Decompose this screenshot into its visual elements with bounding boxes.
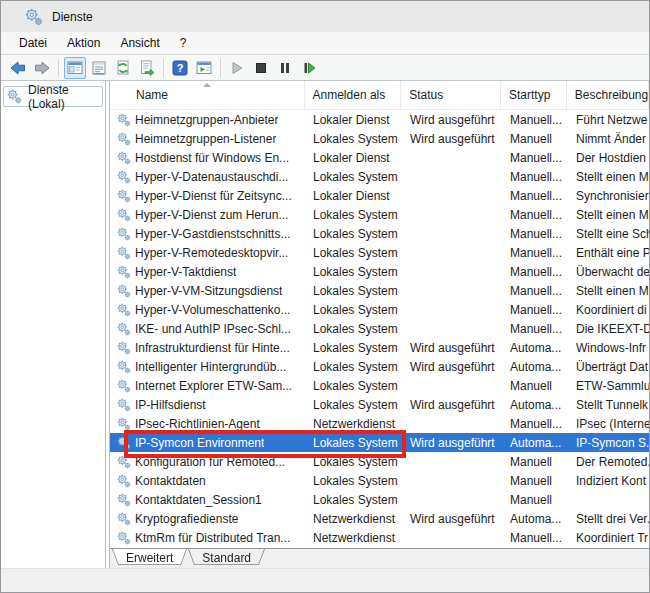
service-row[interactable]: Hyper-V-VM-Sitzungsdienst Lokales System… bbox=[110, 281, 649, 300]
tree-item-dienste-lokal[interactable]: Dienste (Lokal) bbox=[3, 86, 103, 107]
service-logon: Lokaler Dienst bbox=[305, 151, 402, 165]
service-description: Der Remoted. bbox=[568, 455, 649, 469]
service-starttype: Automa... bbox=[502, 436, 568, 450]
pause-service-button[interactable] bbox=[274, 57, 296, 79]
service-name: Internet Explorer ETW-Sam... bbox=[135, 379, 292, 393]
svg-text:?: ? bbox=[177, 62, 184, 74]
show-console-tree-button[interactable] bbox=[64, 57, 86, 79]
service-name: Intelligenter Hintergrundüb... bbox=[135, 360, 286, 374]
service-starttype: Automa... bbox=[502, 512, 568, 526]
menu-item[interactable]: Aktion bbox=[57, 34, 110, 52]
export-list-button[interactable] bbox=[136, 57, 158, 79]
service-row[interactable]: Hyper-V-Gastdienstschnitts... Lokales Sy… bbox=[110, 224, 649, 243]
service-description: Die IKEEXT-Di bbox=[568, 322, 649, 336]
service-status: Wird ausgeführt bbox=[402, 341, 502, 355]
service-description: Stellt einen M bbox=[568, 284, 649, 298]
stop-service-icon bbox=[253, 60, 269, 76]
service-row[interactable]: Hyper-V-Remotedesktopvir... Lokales Syst… bbox=[110, 243, 649, 262]
toolbar-separator bbox=[58, 59, 59, 77]
gear-icon bbox=[117, 455, 131, 469]
service-row[interactable]: Heimnetzgruppen-Listener Lokales System … bbox=[110, 129, 649, 148]
service-starttype: Manuell bbox=[502, 493, 568, 507]
menu-item[interactable]: Ansicht bbox=[110, 34, 169, 52]
gear-icon bbox=[117, 227, 131, 241]
gear-icon bbox=[117, 246, 131, 260]
pause-service-icon bbox=[277, 60, 293, 76]
service-row[interactable]: Hyper-V-Datenaustauschdi... Lokales Syst… bbox=[110, 167, 649, 186]
menu-item[interactable]: ? bbox=[170, 34, 197, 52]
service-row[interactable]: KtmRm für Distributed Tran... Netzwerkdi… bbox=[110, 528, 649, 547]
service-starttype: Automa... bbox=[502, 360, 568, 374]
show-action-pane-button[interactable] bbox=[193, 57, 215, 79]
service-row[interactable]: Hostdienst für Windows En... Lokaler Die… bbox=[110, 148, 649, 167]
service-logon: Lokales System bbox=[305, 227, 402, 241]
gear-icon bbox=[117, 417, 131, 431]
service-row[interactable]: Intelligenter Hintergrundüb... Lokales S… bbox=[110, 357, 649, 376]
service-name: KtmRm für Distributed Tran... bbox=[135, 531, 290, 545]
help-button[interactable]: ? bbox=[169, 57, 191, 79]
column-header[interactable]: Beschreibung bbox=[567, 81, 649, 109]
back-icon bbox=[10, 60, 26, 76]
service-starttype: Manuell... bbox=[502, 417, 568, 431]
column-header[interactable]: Anmelden als bbox=[305, 81, 402, 109]
column-header[interactable]: Status bbox=[401, 81, 501, 109]
service-row[interactable]: Hyper-V-Volumeschattenko... Lokales Syst… bbox=[110, 300, 649, 319]
service-row[interactable]: Kryptografiedienste Netzwerkdienst Wird … bbox=[110, 509, 649, 528]
service-name: Hyper-V-VM-Sitzungsdienst bbox=[135, 284, 282, 298]
service-status: Wird ausgeführt bbox=[402, 436, 502, 450]
service-logon: Lokales System bbox=[305, 246, 402, 260]
service-description: Koordiniert di bbox=[568, 303, 649, 317]
service-name: Heimnetzgruppen-Listener bbox=[135, 132, 276, 146]
service-row[interactable]: Infrastrukturdienst für Hinte... Lokales… bbox=[110, 338, 649, 357]
service-starttype: Manuell... bbox=[502, 189, 568, 203]
service-starttype: Manuell... bbox=[502, 170, 568, 184]
service-starttype: Manuell... bbox=[502, 151, 568, 165]
service-row[interactable]: Kontaktdaten_Session1 Lokales System Man… bbox=[110, 490, 649, 509]
view-tab[interactable]: Erweitert bbox=[112, 549, 187, 568]
column-header[interactable]: Name bbox=[110, 81, 305, 109]
service-row[interactable]: IP-Symcon Environment Lokales System Wir… bbox=[110, 433, 649, 452]
service-logon: Lokales System bbox=[305, 132, 402, 146]
service-starttype: Manuell bbox=[502, 474, 568, 488]
window-title: Dienste bbox=[52, 10, 93, 24]
menu-item[interactable]: Datei bbox=[9, 34, 57, 52]
gear-icon bbox=[117, 189, 131, 203]
service-description: Synchronisier bbox=[568, 189, 649, 203]
restart-service-button[interactable] bbox=[298, 57, 320, 79]
back-button[interactable] bbox=[7, 57, 29, 79]
service-row[interactable]: IPsec-Richtlinien-Agent Netzwerkdienst M… bbox=[110, 414, 649, 433]
service-name: Hyper-V-Volumeschattenko... bbox=[135, 303, 290, 317]
service-row[interactable]: Hyper-V-Taktdienst Lokales System Manuel… bbox=[110, 262, 649, 281]
service-status: Wird ausgeführt bbox=[402, 132, 502, 146]
gear-icon bbox=[117, 208, 131, 222]
service-row[interactable]: IKE- und AuthIP IPsec-Schl... Lokales Sy… bbox=[110, 319, 649, 338]
properties-button[interactable] bbox=[88, 57, 110, 79]
service-row[interactable]: Hyper-V-Dienst für Zeitsync... Lokaler D… bbox=[110, 186, 649, 205]
forward-button[interactable] bbox=[31, 57, 53, 79]
service-row[interactable]: Internet Explorer ETW-Sam... Lokales Sys… bbox=[110, 376, 649, 395]
service-row[interactable]: Kontaktdaten Lokales System Manuell Indi… bbox=[110, 471, 649, 490]
column-header[interactable]: Starttyp bbox=[501, 81, 567, 109]
view-tabstrip: Erweitert Standard bbox=[110, 548, 649, 568]
service-row[interactable]: IP-Hilfsdienst Lokales System Wird ausge… bbox=[110, 395, 649, 414]
services-list-pane: Name Anmelden als Status Starttyp Beschr… bbox=[110, 81, 649, 568]
service-row[interactable]: Konfiguration für Remoted... Lokales Sys… bbox=[110, 452, 649, 471]
view-tab[interactable]: Standard bbox=[188, 549, 265, 568]
service-name: Hostdienst für Windows En... bbox=[135, 151, 289, 165]
service-name: Kontaktdaten_Session1 bbox=[135, 493, 262, 507]
service-row[interactable]: Hyper-V-Dienst zum Herun... Lokales Syst… bbox=[110, 205, 649, 224]
service-starttype: Manuell... bbox=[502, 208, 568, 222]
service-name: Kryptografiedienste bbox=[135, 512, 238, 526]
service-description: Überwacht de bbox=[568, 265, 649, 279]
gear-icon bbox=[117, 170, 131, 184]
stop-service-button[interactable] bbox=[250, 57, 272, 79]
service-description: Indiziert Kont bbox=[568, 474, 649, 488]
service-row[interactable]: Heimnetzgruppen-Anbieter Lokaler Dienst … bbox=[110, 110, 649, 129]
start-service-button[interactable] bbox=[226, 57, 248, 79]
refresh-button[interactable] bbox=[112, 57, 134, 79]
service-rows: Heimnetzgruppen-Anbieter Lokaler Dienst … bbox=[110, 110, 649, 548]
gear-icon bbox=[117, 151, 131, 165]
gear-icon bbox=[117, 379, 131, 393]
service-logon: Lokales System bbox=[305, 379, 402, 393]
service-logon: Netzwerkdienst bbox=[305, 417, 402, 431]
